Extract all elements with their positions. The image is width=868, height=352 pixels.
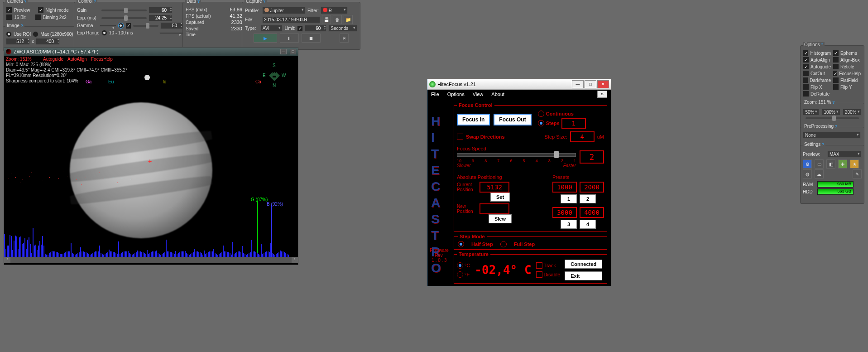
gamma-checkbox[interactable] — [125, 23, 131, 29]
zoom-50-button[interactable]: 50% — [803, 109, 819, 116]
gamma-dropdown[interactable] — [100, 25, 116, 27]
useroi-radio[interactable] — [6, 31, 12, 37]
settings-icon-7[interactable]: ☁ — [815, 169, 824, 178]
set-button[interactable]: Set — [490, 193, 510, 202]
filter-dropdown[interactable]: R — [321, 7, 348, 14]
settings-icon-8[interactable]: ✎ — [853, 169, 862, 178]
hf-menu-file[interactable]: File — [431, 92, 439, 97]
overlay-focushelp[interactable]: FocusHelp — [91, 57, 113, 62]
hf-close-button[interactable]: ✕ — [597, 80, 609, 88]
hf-maximize-button[interactable]: □ — [585, 80, 596, 88]
file-input[interactable] — [262, 16, 320, 23]
opt-derotate-checkbox[interactable] — [803, 91, 809, 97]
camera-view[interactable]: Zoom: 151% Autoguide AutoAlign FocusHelp… — [4, 56, 298, 257]
opt-histogram-checkbox[interactable] — [803, 50, 809, 56]
play-button[interactable]: ▶ — [254, 34, 277, 43]
profile-dropdown[interactable]: Jupiter — [262, 7, 306, 14]
gamma-slider[interactable] — [133, 25, 158, 27]
roi-height-input[interactable]: 400 — [36, 38, 60, 45]
halfstep-radio[interactable] — [458, 241, 464, 247]
hf-menu-about[interactable]: About — [491, 92, 504, 97]
file-save-icon[interactable]: 💾 — [322, 15, 331, 24]
steps-value[interactable]: 1 — [561, 118, 586, 129]
settings-icon-2[interactable]: ▭ — [815, 159, 824, 169]
fullstep-radio[interactable] — [500, 241, 507, 247]
16bit-checkbox[interactable] — [6, 14, 12, 20]
hf-minimize-button[interactable]: — — [572, 80, 584, 88]
settings-preview-dropdown[interactable]: MAX — [827, 151, 862, 158]
opt-flatfield-checkbox[interactable] — [833, 77, 839, 83]
hf-menu-view[interactable]: View — [473, 92, 484, 97]
opt-flipy-checkbox[interactable] — [833, 84, 839, 90]
stepsize-value[interactable]: 4 — [570, 131, 595, 142]
connected-button[interactable]: Connected — [565, 260, 602, 269]
fahrenheit-radio[interactable] — [457, 271, 463, 278]
compass-widget[interactable]: S N E W — [262, 64, 289, 91]
settings-icon-3[interactable]: ◧ — [826, 159, 835, 169]
opt-autoalign-checkbox[interactable] — [803, 57, 809, 63]
preview-checkbox[interactable] — [6, 7, 12, 13]
preset-1-value[interactable]: 1000 — [552, 182, 577, 193]
opt-darkframe-checkbox[interactable] — [803, 77, 808, 83]
opt-flipx-checkbox[interactable] — [803, 84, 809, 90]
roi-width-input[interactable]: 512 — [6, 38, 30, 45]
limit-checkbox[interactable] — [297, 25, 302, 32]
camwin-hscroll[interactable]: ‹ › — [4, 257, 298, 263]
file-delete-icon[interactable]: 🗑 — [333, 15, 342, 24]
preset-4-button[interactable]: 4 — [580, 220, 596, 229]
stop-button[interactable]: ⏹ — [302, 34, 321, 43]
exit-button[interactable]: Exit — [565, 271, 602, 280]
settings-icon-5[interactable]: ★ — [850, 159, 859, 169]
compass-right-icon[interactable] — [276, 72, 283, 79]
slew-button[interactable]: Slew — [489, 214, 512, 223]
settings-icon-1[interactable]: ⚙ — [803, 159, 812, 169]
newpos-value[interactable] — [480, 203, 509, 214]
swap-checkbox[interactable] — [457, 134, 463, 140]
steps-radio[interactable] — [538, 120, 544, 126]
gain-value[interactable]: 60 — [149, 7, 173, 14]
maxres-radio[interactable] — [33, 31, 38, 37]
exp-slider[interactable] — [101, 17, 147, 19]
exp-value[interactable]: 24,25 — [149, 14, 173, 21]
focus-in-button[interactable]: Focus In — [457, 114, 490, 125]
exprange-dropdown[interactable] — [159, 32, 183, 34]
camwin-minimize-button[interactable]: — — [280, 49, 287, 54]
preset-3-value[interactable]: 3000 — [552, 207, 577, 218]
scroll-left-button[interactable]: ‹ — [4, 257, 10, 263]
track-checkbox[interactable] — [536, 262, 542, 269]
preset-3-button[interactable]: 3 — [561, 220, 577, 229]
file-folder-icon[interactable]: 📁 — [344, 15, 353, 24]
opt-reticle-checkbox[interactable] — [833, 63, 839, 70]
binning-checkbox[interactable] — [35, 14, 41, 20]
limit-value[interactable]: 60 — [305, 25, 326, 32]
focus-out-button[interactable]: Focus Out — [494, 114, 531, 125]
exprange-radio[interactable] — [101, 30, 107, 36]
overlay-autoalign[interactable]: AutoAlign — [67, 57, 87, 62]
opt-cutout-checkbox[interactable] — [803, 70, 809, 77]
camwin-maximize-button[interactable]: □ — [290, 49, 296, 54]
preset-4-value[interactable]: 4000 — [580, 207, 604, 218]
gamma-value[interactable]: 50 — [160, 22, 183, 29]
limit-unit-dropdown[interactable]: Seconds — [328, 25, 357, 32]
preprocessing-dropdown[interactable]: None — [803, 132, 861, 139]
disable-checkbox[interactable] — [536, 271, 542, 278]
scroll-right-button[interactable]: › — [292, 257, 298, 263]
zoom-200-button[interactable]: 200% — [843, 109, 862, 116]
preset-2-value[interactable]: 2000 — [580, 182, 604, 193]
nightmode-checkbox[interactable] — [38, 7, 44, 13]
preset-1-button[interactable]: 1 — [561, 194, 577, 203]
settings-icon-4[interactable]: ✚ — [838, 159, 847, 169]
hf-titlebar[interactable]: HitecFocus v1.21 — □ ✕ — [427, 79, 611, 90]
gain-slider[interactable] — [101, 10, 147, 11]
preset-2-button[interactable]: 2 — [580, 194, 596, 203]
hf-menu-expand-button[interactable]: » — [597, 91, 607, 98]
pause-button[interactable]: ⏸ — [280, 34, 299, 43]
opt-ephems-checkbox[interactable] — [833, 50, 839, 56]
settings-icon-6[interactable]: ◍ — [803, 169, 812, 178]
celsius-radio[interactable] — [457, 262, 463, 269]
type-dropdown[interactable]: AVI — [260, 25, 283, 32]
zoom-slider[interactable] — [806, 117, 859, 119]
capture-settings-icon[interactable]: ⎘ — [340, 34, 349, 43]
overlay-autoguide[interactable]: Autoguide — [43, 57, 63, 62]
opt-autoguide-checkbox[interactable] — [803, 63, 809, 70]
